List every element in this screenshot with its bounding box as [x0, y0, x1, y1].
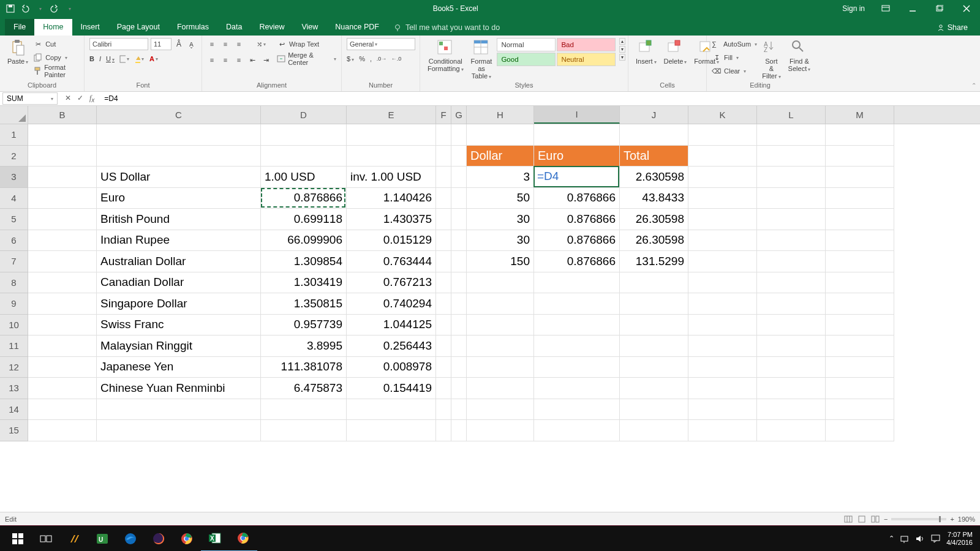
row-header[interactable]: 1	[0, 124, 28, 146]
cell-J13[interactable]	[620, 378, 688, 399]
align-center-icon[interactable]: ≡	[221, 55, 230, 65]
cell-J14[interactable]	[620, 399, 688, 421]
cell-G10[interactable]	[451, 315, 467, 336]
cell-C3[interactable]: US Dollar	[97, 167, 261, 188]
cell-F4[interactable]	[436, 188, 451, 209]
cell-D12[interactable]: 111.381078	[261, 357, 347, 378]
decrease-indent-icon[interactable]: ⇤	[247, 55, 257, 65]
taskbar-app-chrome-1[interactable]	[173, 526, 201, 552]
cell-D11[interactable]: 3.8995	[261, 335, 347, 357]
zoom-in-button[interactable]: +	[950, 515, 954, 523]
cell-C10[interactable]: Swiss Franc	[97, 315, 261, 336]
cell-H3[interactable]: 3	[467, 167, 534, 188]
cell-M7[interactable]	[826, 251, 894, 272]
clear-button[interactable]: ⌫Clear	[712, 65, 757, 77]
cell-I11[interactable]	[534, 335, 620, 357]
cell-L3[interactable]	[757, 167, 826, 188]
cell-K11[interactable]	[688, 335, 757, 357]
find-select-button[interactable]: Find & Select	[786, 38, 813, 74]
decrease-font-icon[interactable]: A̬	[186, 39, 196, 49]
cell-B10[interactable]	[28, 315, 97, 336]
row-header[interactable]: 8	[0, 272, 28, 294]
cell-K1[interactable]	[688, 124, 757, 146]
cell-J11[interactable]	[620, 335, 688, 357]
tab-page-layout[interactable]: Page Layout	[108, 19, 168, 36]
view-normal-icon[interactable]	[843, 514, 853, 524]
ribbon-display-icon[interactable]	[872, 0, 899, 17]
bold-button[interactable]: B	[89, 55, 94, 62]
cell-E2[interactable]	[347, 146, 436, 167]
cell-M5[interactable]	[826, 209, 894, 230]
cell-J4[interactable]: 43.8433	[620, 188, 688, 209]
cell-J15[interactable]	[620, 420, 688, 441]
copy-button[interactable]: Copy	[33, 51, 79, 64]
font-name-combo[interactable]: Calibri	[89, 38, 148, 50]
save-icon[interactable]	[4, 2, 17, 15]
orientation-icon[interactable]: ⤭	[256, 39, 266, 49]
cell-L5[interactable]	[757, 209, 826, 230]
cell-H2[interactable]: Dollar	[467, 146, 534, 167]
cell-M4[interactable]	[826, 188, 894, 209]
cell-G12[interactable]	[451, 357, 467, 378]
start-button[interactable]	[4, 526, 32, 552]
cell-K3[interactable]	[688, 167, 757, 188]
cell-F10[interactable]	[436, 315, 451, 336]
cell-C6[interactable]: Indian Rupee	[97, 230, 261, 252]
cell-M1[interactable]	[826, 124, 894, 146]
cancel-edit-icon[interactable]: ✕	[65, 94, 71, 103]
cell-M15[interactable]	[826, 420, 894, 441]
align-left-icon[interactable]: ≡	[207, 55, 217, 65]
cell-C12[interactable]: Japanese Yen	[97, 357, 261, 378]
insert-cells-button[interactable]: Insert	[633, 38, 659, 66]
cell-K6[interactable]	[688, 230, 757, 252]
spreadsheet-grid[interactable]: BCDEFGHIJKLM 12DollarEuroTotal3US Dollar…	[0, 106, 980, 525]
cell-L13[interactable]	[757, 378, 826, 399]
close-icon[interactable]	[953, 0, 980, 17]
cell-L8[interactable]	[757, 272, 826, 294]
cell-H12[interactable]	[467, 357, 534, 378]
cell-B6[interactable]	[28, 230, 97, 252]
taskbar-app-winamp[interactable]	[60, 526, 88, 552]
cell-J3[interactable]: 2.630598	[620, 167, 688, 188]
delete-cells-button[interactable]: Delete	[662, 38, 690, 66]
cell-K13[interactable]	[688, 378, 757, 399]
cell-E10[interactable]: 1.044125	[347, 315, 436, 336]
tray-volume-icon[interactable]	[916, 534, 925, 543]
column-header-J[interactable]: J	[620, 106, 688, 124]
row-header[interactable]: 3	[0, 167, 28, 188]
share-button[interactable]: Share	[930, 20, 974, 36]
tab-file[interactable]: File	[5, 19, 34, 36]
select-all-corner[interactable]	[0, 106, 28, 124]
wrap-text-button[interactable]: ↩Wrap Text	[277, 38, 336, 50]
cell-L1[interactable]	[757, 124, 826, 146]
fill-button[interactable]: ↧Fill	[712, 51, 757, 64]
system-clock[interactable]: 7:07 PM 4/4/2016	[946, 531, 973, 545]
number-format-combo[interactable]: General	[347, 38, 415, 50]
cell-L6[interactable]	[757, 230, 826, 252]
cell-I7[interactable]: 0.876866	[534, 251, 620, 272]
cell-C4[interactable]: Euro	[97, 188, 261, 209]
qat-customize[interactable]	[62, 2, 76, 15]
cell-L9[interactable]	[757, 293, 826, 315]
cell-D3[interactable]: 1.00 USD	[261, 167, 347, 188]
cell-I6[interactable]: 0.876866	[534, 230, 620, 252]
cell-H6[interactable]: 30	[467, 230, 534, 252]
row-header[interactable]: 14	[0, 399, 28, 421]
cell-E13[interactable]: 0.154419	[347, 378, 436, 399]
cell-K2[interactable]	[688, 146, 757, 167]
cell-J1[interactable]	[620, 124, 688, 146]
collapse-ribbon-icon[interactable]: ⌃	[971, 82, 976, 89]
cell-K10[interactable]	[688, 315, 757, 336]
cell-I5[interactable]: 0.876866	[534, 209, 620, 230]
increase-decimal-icon[interactable]: .0→	[377, 54, 386, 64]
active-cell-editor[interactable]: =D4	[533, 166, 619, 187]
cell-L11[interactable]	[757, 335, 826, 357]
task-view-icon[interactable]	[32, 526, 60, 552]
borders-button[interactable]	[119, 54, 129, 64]
cell-H15[interactable]	[467, 420, 534, 441]
zoom-level[interactable]: 190%	[958, 515, 975, 523]
styles-scroll-down[interactable]: ▾	[619, 46, 625, 53]
cell-M11[interactable]	[826, 335, 894, 357]
cell-F7[interactable]	[436, 251, 451, 272]
name-box[interactable]: SUM▾	[2, 92, 58, 105]
